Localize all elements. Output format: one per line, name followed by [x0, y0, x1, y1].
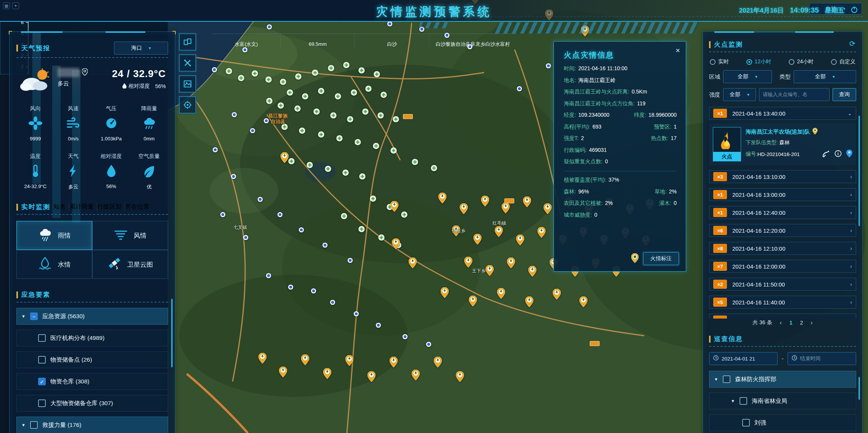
- type-select[interactable]: 全部▾: [794, 70, 856, 83]
- chevron-right-icon[interactable]: ›: [850, 299, 852, 305]
- monitor-button-1[interactable]: 雨情: [16, 221, 92, 250]
- checkbox-unchecked[interactable]: [740, 397, 747, 405]
- chevron-right-icon[interactable]: ›: [850, 245, 852, 251]
- checkbox-unchecked[interactable]: [723, 375, 730, 383]
- fire-event-row[interactable]: ×22021-04-16 11:50:00›: [709, 278, 856, 291]
- fire-event-row[interactable]: ×62021-04-16 12:20:00›: [709, 224, 856, 237]
- tree-row[interactable]: ✓物资仓库 (308): [16, 373, 168, 390]
- checkbox-checked[interactable]: ✓: [38, 378, 46, 385]
- end-time-input[interactable]: 结束时间: [788, 352, 856, 365]
- fire-event-row[interactable]: ×52021-04-16 11:40:00›: [709, 296, 856, 309]
- checkbox-indeterminate[interactable]: −: [30, 312, 38, 320]
- chevron-down-icon[interactable]: ⌄: [847, 110, 852, 116]
- expander-icon[interactable]: ▼: [714, 377, 718, 381]
- bluepin-icon[interactable]: [846, 150, 852, 159]
- fire-event-time: 2021-04-16 12:00:00: [732, 263, 785, 270]
- monitor-button-4[interactable]: 卫星云图: [92, 250, 168, 279]
- fire-event-row[interactable]: ×12021-04-16 13:40:00⌄: [709, 107, 856, 120]
- hatch-decoration-small: [419, 22, 448, 28]
- time-radio-实时[interactable]: 实时: [710, 58, 729, 65]
- time-radio-24小时[interactable]: 24小时: [789, 58, 814, 65]
- page-number[interactable]: 2: [800, 320, 803, 326]
- prev-page-icon[interactable]: ‹: [780, 319, 782, 326]
- time-radio-自定义[interactable]: 自定义: [831, 58, 855, 65]
- rain-table-row[interactable]: 水富(水文)69.5mm白沙白沙黎族自治县阜龙乡白沙水富村: [212, 34, 517, 47]
- weather-metric-value: 1.003kPa: [101, 136, 122, 142]
- intensity-select[interactable]: 全部▾: [723, 88, 756, 101]
- checkbox-unchecked[interactable]: [38, 399, 46, 407]
- tree-row[interactable]: 物资储备点 (26): [16, 351, 168, 368]
- tree-row[interactable]: ▼救援力量 (176): [16, 417, 168, 433]
- chevron-right-icon[interactable]: ›: [850, 281, 852, 287]
- close-icon[interactable]: ×: [675, 46, 680, 55]
- next-page-icon[interactable]: ›: [810, 319, 812, 326]
- checkbox-unchecked[interactable]: [30, 421, 38, 429]
- chevron-right-icon[interactable]: ›: [850, 209, 852, 216]
- tree-row[interactable]: ▼海南省林业局: [709, 393, 856, 409]
- popup-field: 森林:96%: [564, 188, 589, 195]
- chevron-right-icon[interactable]: ›: [850, 263, 852, 269]
- expander-icon[interactable]: ▼: [21, 423, 26, 427]
- fire-point-tag: 火点: [713, 152, 741, 161]
- time-radio-12小时[interactable]: 12小时: [746, 58, 772, 65]
- popup-field-label: 农田及其它植被:: [564, 200, 603, 206]
- fire-team-name: 海南昌江太平农场(追加)队: [746, 128, 852, 136]
- app-star-icon[interactable]: ✦: [12, 2, 19, 9]
- chevron-right-icon[interactable]: ›: [850, 317, 852, 319]
- map-tool-layers[interactable]: [179, 76, 196, 92]
- fire-event-row[interactable]: ×72021-04-16 12:00:00›: [709, 260, 856, 273]
- app-grid-icon[interactable]: ▦: [3, 2, 10, 9]
- info-icon[interactable]: [834, 150, 842, 158]
- chevron-right-icon[interactable]: ›: [850, 192, 852, 198]
- fire-event-row[interactable]: ×12021-04-16 12:40:00›: [709, 206, 856, 219]
- expander-icon[interactable]: ▼: [731, 399, 735, 403]
- scrollbar[interactable]: [858, 377, 860, 400]
- start-time-input[interactable]: 2021-04-01 21: [709, 352, 778, 365]
- popup-field-value: 18.9960000: [648, 112, 677, 118]
- expander-icon[interactable]: ▼: [21, 314, 26, 319]
- fire-annotate-button[interactable]: 火情标注: [643, 252, 679, 265]
- temperature-range: 24 / 32.9°C: [112, 68, 166, 80]
- refresh-icon[interactable]: ⟳: [849, 39, 855, 48]
- popup-field-value: 2021-04-16 11:10:00: [578, 65, 627, 71]
- fire-event-row[interactable]: ×82021-04-16 11:30:00›: [709, 314, 856, 319]
- checkbox-unchecked[interactable]: [38, 356, 46, 364]
- location-pin-icon[interactable]: [82, 68, 88, 77]
- chevron-right-icon[interactable]: ›: [850, 174, 852, 180]
- tree-row[interactable]: 医疗机构分布 (4989): [16, 330, 168, 346]
- checkbox-unchecked[interactable]: [742, 419, 750, 427]
- map-tool-measure[interactable]: [179, 55, 196, 71]
- hatch-decoration: [492, 22, 700, 34]
- fire-event-list: ×12021-04-16 13:40:00⌄火点海南昌江太平农场(追加)队下发队…: [709, 107, 856, 319]
- popup-field-label: 疑似重复火点数:: [564, 158, 603, 164]
- scrollbar[interactable]: [171, 299, 173, 367]
- tree-row[interactable]: ▼−应急资源 (5630): [16, 308, 168, 325]
- popup-field-label: 热点数:: [651, 135, 669, 141]
- fire-count-badge: ×1: [713, 109, 727, 118]
- fire-code-label: 编号:: [746, 151, 757, 158]
- monitor-buttons: 雨情风情水情卫星云图: [16, 221, 168, 279]
- dish-icon[interactable]: [822, 150, 830, 159]
- datetime-block: 2021年4月16日 14:09:35 星期五: [739, 6, 858, 15]
- fire-event-row[interactable]: ×12021-04-16 13:00:00›: [709, 188, 856, 201]
- page-number[interactable]: 1: [789, 320, 793, 326]
- popup-field-row: 行政编码:469031: [564, 147, 677, 154]
- tree-row[interactable]: ▼森林防火指挥部: [709, 371, 856, 388]
- region-select[interactable]: 全部▾: [723, 70, 772, 83]
- tree-row[interactable]: 刘强: [709, 414, 856, 431]
- tree-row[interactable]: 大型物资储备仓库 (307): [16, 395, 168, 412]
- map-tool-compare[interactable]: [179, 34, 196, 50]
- monitor-button-2[interactable]: 风情: [92, 221, 168, 250]
- fire-event-row[interactable]: ×82021-04-16 12:10:00›: [709, 242, 856, 255]
- power-icon[interactable]: [850, 6, 858, 15]
- fire-event-row[interactable]: ×32021-04-16 13:10:00›: [709, 170, 856, 183]
- chevron-right-icon[interactable]: ›: [850, 227, 852, 233]
- map-tool-bookmark[interactable]: [179, 97, 196, 113]
- search-button[interactable]: 查询: [833, 88, 856, 101]
- scrollbar[interactable]: [858, 116, 860, 226]
- monitor-button-3[interactable]: 水情: [16, 250, 92, 279]
- time-text: 14:09:35: [790, 6, 819, 14]
- fire-id-search-input[interactable]: 请输入火点编号、名: [759, 88, 829, 101]
- city-select[interactable]: 海口 ▾: [114, 42, 168, 55]
- checkbox-unchecked[interactable]: [38, 334, 46, 342]
